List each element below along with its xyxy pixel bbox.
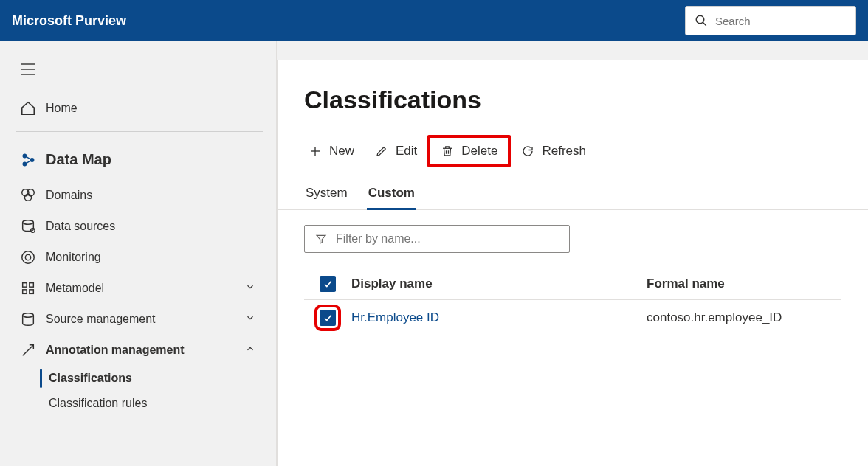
sidebar-item-metamodel[interactable]: Metamodel [10, 273, 276, 304]
data-map-icon [18, 152, 38, 168]
sidebar-section-data-map[interactable]: Data Map [10, 139, 276, 180]
svg-marker-26 [317, 235, 326, 243]
sidebar-item-label: Data sources [46, 220, 115, 233]
filter-input[interactable] [336, 232, 557, 246]
refresh-button[interactable]: Refresh [511, 138, 596, 164]
sidebar-item-home[interactable]: Home [10, 93, 276, 124]
svg-point-5 [22, 153, 27, 158]
tab-custom[interactable]: Custom [367, 186, 416, 209]
svg-line-8 [26, 156, 30, 159]
sidebar-item-label: Source management [46, 313, 156, 326]
toolbar-label: Refresh [542, 144, 586, 159]
metamodel-icon [18, 280, 38, 296]
chevron-up-icon [245, 344, 255, 357]
col-display-name[interactable]: Display name [351, 277, 647, 291]
search-wrap [685, 6, 856, 35]
sidebar-item-label: Home [46, 102, 78, 115]
chevron-down-icon [245, 282, 255, 295]
sidebar-item-source-management[interactable]: Source management [10, 304, 276, 335]
sidebar-item-label: Metamodel [46, 282, 104, 295]
sidebar-item-annotation-management[interactable]: Annotation management [10, 335, 276, 366]
row-formal-name: contoso.hr.employee_ID [647, 310, 841, 325]
delete-button[interactable]: Delete [427, 135, 511, 167]
sidebar: Home Data Map Domains Data sources Monit… [0, 41, 277, 466]
edit-button[interactable]: Edit [365, 138, 427, 164]
svg-point-6 [22, 161, 27, 166]
refresh-icon [521, 145, 534, 158]
sidebar-item-label: Annotation management [46, 344, 185, 357]
new-button[interactable]: New [298, 138, 365, 164]
divider [16, 131, 263, 132]
classification-table: Display name Formal name Hr.Employee ID … [278, 268, 868, 335]
edit-icon [375, 145, 388, 158]
plus-icon [309, 145, 322, 158]
svg-rect-19 [23, 290, 27, 294]
delete-icon [441, 145, 454, 158]
sidebar-item-monitoring[interactable]: Monitoring [10, 242, 276, 273]
sidebar-item-label: Domains [46, 189, 92, 202]
svg-point-15 [22, 251, 35, 264]
toolbar-label: Delete [461, 144, 497, 159]
table-row: Hr.Employee ID contoso.hr.employee_ID [304, 300, 841, 335]
svg-point-7 [30, 158, 35, 162]
toolbar: New Edit Delete Refresh [278, 135, 868, 175]
search-box[interactable] [685, 6, 856, 35]
svg-rect-20 [30, 290, 34, 294]
svg-point-16 [25, 254, 30, 260]
table-header: Display name Formal name [304, 268, 841, 300]
toolbar-label: New [329, 144, 354, 159]
svg-line-9 [26, 160, 30, 163]
domains-icon [18, 187, 38, 204]
home-icon [18, 100, 38, 116]
sidebar-item-data-sources[interactable]: Data sources [10, 211, 276, 242]
top-header: Microsoft Purview [0, 0, 868, 41]
monitoring-icon [18, 249, 38, 265]
sidebar-item-label: Monitoring [46, 251, 101, 264]
col-formal-name[interactable]: Formal name [647, 277, 841, 291]
search-input[interactable] [715, 15, 841, 27]
data-sources-icon [18, 218, 38, 234]
svg-point-0 [696, 15, 704, 24]
svg-rect-17 [23, 283, 27, 288]
tab-bar: System Custom [278, 175, 868, 210]
section-label: Data Map [46, 151, 111, 168]
filter-row [278, 210, 868, 268]
filter-input-wrap[interactable] [304, 225, 570, 253]
chevron-down-icon [245, 313, 255, 326]
svg-point-13 [23, 220, 34, 225]
source-management-icon [18, 311, 38, 327]
sidebar-item-domains[interactable]: Domains [10, 180, 276, 211]
tab-system[interactable]: System [304, 186, 349, 209]
annotation-subnav: Classifications Classification rules [10, 366, 276, 416]
page-title: Classifications [278, 86, 868, 135]
select-all-checkbox[interactable] [320, 276, 336, 292]
toolbar-label: Edit [396, 144, 417, 159]
svg-line-1 [703, 22, 706, 26]
row-display-name[interactable]: Hr.Employee ID [351, 310, 647, 325]
filter-icon [315, 233, 327, 245]
annotation-management-icon [18, 342, 38, 358]
brand-title: Microsoft Purview [12, 13, 126, 29]
subnav-classifications[interactable]: Classifications [10, 366, 276, 391]
search-icon [695, 14, 708, 27]
svg-point-21 [23, 313, 34, 318]
hamburger-button[interactable] [15, 56, 41, 83]
subnav-classification-rules[interactable]: Classification rules [10, 391, 276, 416]
main-content: Classifications New Edit Delete Refresh … [277, 60, 868, 466]
row-checkbox[interactable] [320, 310, 336, 326]
svg-rect-18 [30, 283, 34, 288]
